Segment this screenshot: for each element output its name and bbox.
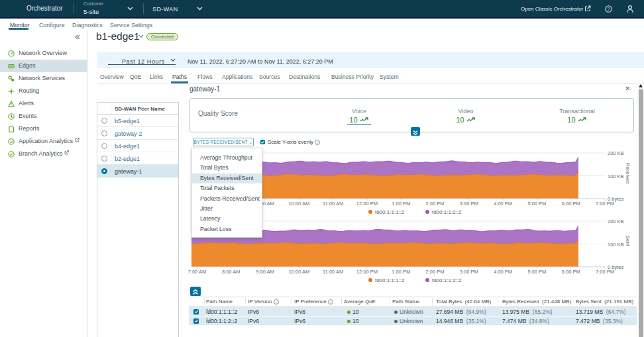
svg-text:2:00 PM: 2:00 PM [426,269,445,275]
svg-text:200 KB: 200 KB [608,218,624,224]
svg-text:0 bytes: 0 bytes [608,196,623,202]
svg-text:1:00 PM: 1:00 PM [392,269,410,275]
svg-text:2:00 PM: 2:00 PM [426,201,445,207]
svg-text:100 KB: 100 KB [608,173,624,179]
svg-text:8:00 AM: 8:00 AM [222,269,241,275]
svg-text:200 KB: 200 KB [608,150,624,156]
svg-text:3:00 PM: 3:00 PM [460,269,478,275]
svg-text:1:00 PM: 1:00 PM [392,201,410,207]
svg-text:4:00 PM: 4:00 PM [494,269,512,275]
svg-text:0 bytes: 0 bytes [608,264,623,270]
svg-text:5:00 PM: 5:00 PM [527,201,546,207]
svg-text:10:00 AM: 10:00 AM [288,201,309,207]
svg-text:100 KB: 100 KB [608,242,624,248]
svg-text:4:00 PM: 4:00 PM [494,201,512,207]
svg-text:9:00 AM: 9:00 AM [256,269,274,275]
svg-text:6:00 PM: 6:00 PM [562,269,580,275]
svg-text:7:00 AM: 7:00 AM [188,269,207,275]
svg-text:11:00 AM: 11:00 AM [323,269,343,275]
svg-text:12:00 PM: 12:00 PM [356,201,378,207]
svg-text:6:00 PM: 6:00 PM [562,201,580,207]
svg-text:10:00 AM: 10:00 AM [288,269,309,275]
svg-text:5:00 PM: 5:00 PM [527,269,546,275]
svg-text:12:00 PM: 12:00 PM [356,269,378,275]
svg-text:11:00 AM: 11:00 AM [323,201,343,207]
svg-text:3:00 PM: 3:00 PM [460,201,478,207]
svg-text:?: ? [608,7,610,11]
